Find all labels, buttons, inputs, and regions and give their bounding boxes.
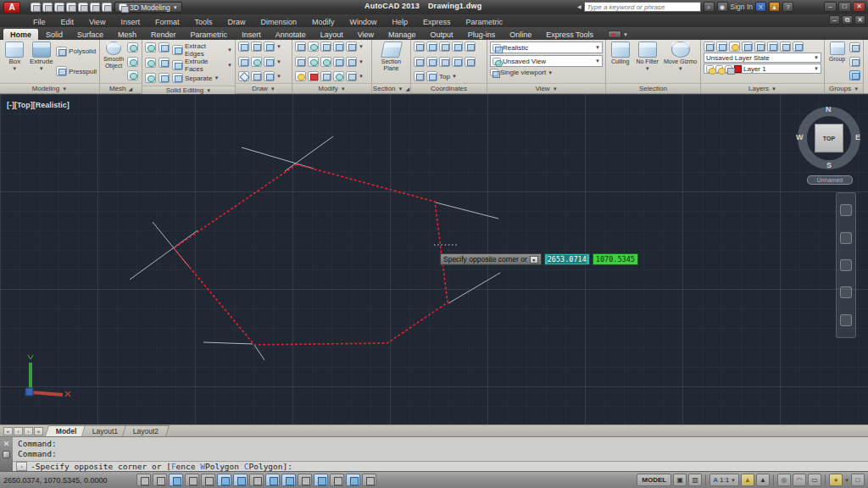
- annotation-scale-button[interactable]: A 1:1 ▼: [709, 474, 739, 486]
- command-prompt[interactable]: › -Specify opposite corner or [Fence WPo…: [13, 461, 868, 471]
- search-icon[interactable]: ⌕: [704, 2, 715, 12]
- presspull-button[interactable]: Presspull: [56, 66, 97, 76]
- help-icon[interactable]: ?: [782, 2, 793, 12]
- section-plane-button[interactable]: Section Plane: [375, 42, 408, 81]
- layer-unlock-icon[interactable]: [793, 42, 804, 52]
- tooltip-options-icon[interactable]: ▼: [530, 256, 538, 263]
- panel-title-modify[interactable]: Modify▼: [292, 83, 371, 93]
- layout-nav-arrow-0[interactable]: «: [3, 427, 13, 435]
- viewcube-top-face[interactable]: TOP: [815, 124, 843, 152]
- sign-in-link[interactable]: Sign In: [731, 3, 753, 11]
- chamfer-icon[interactable]: [346, 57, 357, 67]
- culling-button[interactable]: Culling: [609, 42, 632, 81]
- separate-button[interactable]: Separate▼: [172, 73, 232, 83]
- tab-online[interactable]: Online: [503, 29, 538, 40]
- close-button[interactable]: ✕: [853, 2, 865, 12]
- menu-parametric[interactable]: Parametric: [459, 18, 511, 26]
- menu-express[interactable]: Express: [415, 18, 459, 26]
- layer-match-icon[interactable]: [716, 42, 727, 52]
- communication-center-icon[interactable]: ▲: [769, 2, 780, 12]
- group-button[interactable]: Group: [827, 42, 847, 81]
- grid-display-toggle[interactable]: [169, 474, 183, 486]
- layer-lock-icon[interactable]: [725, 65, 732, 73]
- workspace-switching-icon[interactable]: ◎: [777, 474, 791, 486]
- explode-icon[interactable]: [308, 71, 319, 81]
- tab-render[interactable]: Render: [144, 29, 183, 40]
- dynamic-input-toggle[interactable]: [298, 474, 312, 486]
- rotate-icon[interactable]: [308, 42, 319, 52]
- redo-icon[interactable]: [102, 3, 112, 12]
- fillet-icon[interactable]: [295, 57, 306, 67]
- command-close-icon[interactable]: ✕: [3, 441, 10, 447]
- named-ucs-dropdown[interactable]: Top▼: [426, 71, 457, 81]
- layout-tab-icon[interactable]: ▥: [688, 474, 702, 486]
- tab-view[interactable]: View: [351, 29, 381, 40]
- panel-title-modeling[interactable]: Modeling▼: [0, 83, 99, 93]
- layout-nav-arrow-2[interactable]: ›: [24, 427, 33, 435]
- viewcube-west[interactable]: W: [796, 133, 804, 141]
- tab-layout[interactable]: Layout: [314, 29, 350, 40]
- array-icon[interactable]: [308, 57, 319, 67]
- layer-on-icon[interactable]: [706, 65, 714, 73]
- menu-window[interactable]: Window: [342, 18, 385, 26]
- dynamic-ucs-toggle[interactable]: [281, 474, 296, 486]
- layer-off-icon[interactable]: [767, 42, 778, 52]
- layer-freeze-icon[interactable]: [754, 42, 765, 52]
- ucs-x-icon[interactable]: [452, 57, 463, 67]
- circle-icon[interactable]: [251, 57, 262, 67]
- tab-layout2[interactable]: Layout2: [122, 425, 170, 436]
- smooth-object-button[interactable]: Smooth Object: [103, 42, 125, 81]
- trim-icon[interactable]: [346, 42, 357, 52]
- viewcube-east[interactable]: E: [855, 133, 860, 141]
- edit-array-icon[interactable]: [346, 71, 357, 81]
- object-snap-toggle[interactable]: [217, 474, 231, 486]
- tab-solid[interactable]: Solid: [39, 29, 70, 40]
- ucs-named-icon[interactable]: [414, 71, 425, 81]
- infer-constraints-toggle[interactable]: [136, 474, 151, 486]
- ungroup-icon[interactable]: [849, 42, 860, 53]
- polysolid-button[interactable]: Polysolid: [56, 47, 97, 57]
- subtract-icon[interactable]: [145, 58, 156, 68]
- menu-modify[interactable]: Modify: [304, 18, 342, 26]
- viewcube-north[interactable]: N: [826, 105, 832, 114]
- ucs-object-icon[interactable]: [465, 42, 476, 52]
- no-filter-button[interactable]: No Filter ▼: [634, 42, 660, 81]
- tab-parametric[interactable]: Parametric: [184, 29, 235, 40]
- mesh-remove-crease-icon[interactable]: [127, 70, 138, 80]
- box-button[interactable]: Box ▼: [3, 42, 27, 81]
- app-status-menu-icon[interactable]: ▼: [844, 478, 849, 483]
- tab-output[interactable]: Output: [424, 29, 460, 40]
- annotation-visibility-icon[interactable]: ▲: [741, 474, 754, 486]
- hatch-icon[interactable]: [264, 71, 275, 81]
- menu-format[interactable]: Format: [147, 18, 187, 26]
- tab-surface[interactable]: Surface: [70, 29, 110, 40]
- open-file-icon[interactable]: [42, 3, 53, 12]
- save-icon[interactable]: [54, 3, 64, 12]
- offset-icon[interactable]: [320, 57, 331, 67]
- panel-title-section[interactable]: Section▼◢: [372, 83, 410, 93]
- object-snap-tracking-toggle[interactable]: [265, 474, 280, 486]
- layer-state-dropdown[interactable]: Unsaved Layer State ▼: [704, 53, 821, 63]
- layer-isolate-icon[interactable]: [742, 42, 753, 52]
- workspace-dropdown[interactable]: 3D Modeling ▼: [114, 2, 182, 13]
- lineweight-toggle[interactable]: [314, 474, 328, 486]
- panel-title-groups[interactable]: Groups▼: [825, 83, 863, 93]
- showmotion-icon[interactable]: [840, 314, 852, 326]
- menu-help[interactable]: Help: [385, 18, 416, 26]
- mesh-refine-icon[interactable]: [127, 42, 138, 53]
- extrude-faces-button[interactable]: Extrude Faces▼: [172, 58, 232, 73]
- ucs-origin-icon[interactable]: [414, 57, 425, 67]
- transparency-toggle[interactable]: [330, 474, 344, 486]
- snap-mode-toggle[interactable]: [153, 474, 167, 486]
- thicken-icon[interactable]: [159, 73, 170, 83]
- quick-properties-toggle[interactable]: [346, 474, 360, 486]
- orbit-icon[interactable]: [840, 286, 852, 298]
- ucs-face-icon[interactable]: [452, 42, 463, 52]
- model-tab-icon[interactable]: ▣: [673, 474, 687, 486]
- doc-restore-button[interactable]: ⧉: [842, 15, 853, 25]
- mesh-add-crease-icon[interactable]: [127, 57, 138, 67]
- tab-plug-ins[interactable]: Plug-ins: [461, 29, 503, 40]
- ribbon-display-toggle[interactable]: ▼: [608, 30, 628, 40]
- move-icon[interactable]: [320, 42, 331, 52]
- drawing-canvas[interactable]: [-][Top][Realistic] Specify opposite cor…: [0, 94, 868, 424]
